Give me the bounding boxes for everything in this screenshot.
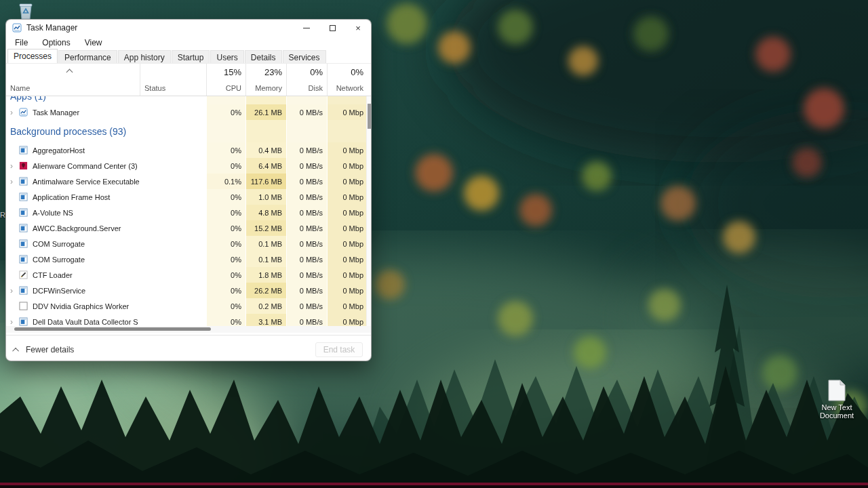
group-header-label: Apps (1) [6, 96, 206, 104]
disk-cell [286, 96, 327, 104]
minimize-icon [303, 28, 310, 28]
process-row[interactable]: ›DDV Nvidia Graphics Worker0%0.2 MB0 MB/… [6, 298, 368, 314]
fewer-details-toggle[interactable]: Fewer details [14, 345, 74, 354]
cpu-cell: 0% [206, 158, 245, 174]
process-name: Dell Data Vault Data Collector S [33, 318, 138, 326]
tab-details[interactable]: Details [245, 50, 282, 63]
disk-cell: 0 MB/s [286, 189, 327, 205]
column-cpu[interactable]: 15% CPU [206, 64, 245, 96]
hidden-icon-label-fragment: R [0, 211, 5, 219]
process-name-cell: ›DCFWinService [6, 283, 140, 298]
process-row[interactable]: ›COM Surrogate0%0.1 MB0 MB/s0 Mbp [6, 236, 368, 251]
cpu-cell: 0% [206, 236, 245, 251]
disk-cell: 0 MB/s [286, 104, 327, 120]
vertical-scrollbar[interactable] [366, 96, 371, 326]
title-bar[interactable]: Task Manager × [6, 20, 371, 36]
cpu-cell: 0% [206, 220, 245, 236]
memory-cell: 4.8 MB [245, 205, 286, 220]
minimize-button[interactable] [294, 20, 319, 36]
status-cell [140, 104, 206, 120]
tab-strip: Processes Performance App history Startu… [6, 49, 371, 64]
memory-cell: 1.0 MB [245, 189, 286, 205]
network-total-percent: 0% [351, 67, 363, 77]
column-status[interactable]: Status [140, 64, 206, 96]
disk-cell: 0 MB/s [286, 205, 327, 220]
column-disk[interactable]: 0% Disk [286, 64, 327, 96]
process-list-area: Apps (1)›Task Manager0%26.1 MB0 MB/s0 Mb… [6, 96, 371, 326]
status-cell [140, 220, 206, 236]
column-status-label: Status [144, 84, 165, 92]
process-name-cell: ›Alienware Command Center (3) [6, 158, 140, 174]
expand-chevron-icon[interactable]: › [10, 162, 19, 170]
process-name-cell: ›Dell Data Vault Data Collector S [6, 314, 140, 326]
status-cell [140, 314, 206, 326]
column-disk-label: Disk [309, 84, 323, 92]
maximize-button[interactable] [319, 20, 345, 36]
horizontal-scrollbar-thumb[interactable] [14, 327, 211, 331]
expand-chevron-icon[interactable]: › [10, 318, 19, 326]
network-cell: 0 Mbp [327, 142, 368, 158]
memory-cell [245, 96, 286, 104]
end-task-button[interactable]: End task [315, 342, 363, 357]
tab-startup[interactable]: Startup [172, 50, 210, 63]
expand-chevron-icon[interactable]: › [10, 108, 19, 117]
menu-file[interactable]: File [15, 38, 28, 47]
column-memory[interactable]: 23% Memory [245, 64, 286, 96]
menu-options[interactable]: Options [42, 38, 70, 47]
memory-cell: 117.6 MB [245, 174, 286, 189]
column-network[interactable]: 0% Network [327, 64, 368, 96]
column-memory-label: Memory [255, 84, 282, 92]
process-name: Alienware Command Center (3) [33, 162, 138, 170]
tab-services[interactable]: Services [283, 50, 326, 63]
expand-chevron-icon[interactable]: › [10, 178, 19, 186]
network-cell: 0 Mbp [327, 236, 368, 251]
process-row[interactable]: ›COM Surrogate0%0.1 MB0 MB/s0 Mbp [6, 251, 368, 267]
memory-cell: 0.1 MB [245, 251, 286, 267]
process-name-cell: ›A-Volute NS [6, 205, 140, 220]
group-header-row[interactable]: Background processes (93) [6, 120, 368, 142]
process-list: Apps (1)›Task Manager0%26.1 MB0 MB/s0 Mb… [6, 96, 368, 326]
alienware-icon [19, 161, 28, 170]
memory-cell: 26.2 MB [245, 283, 286, 298]
column-name-label: Name [10, 84, 30, 92]
process-row[interactable]: ›A-Volute NS0%4.8 MB0 MB/s0 Mbp [6, 205, 368, 220]
column-cpu-label: CPU [226, 84, 241, 92]
app-generic-icon [19, 208, 28, 217]
cpu-cell: 0% [206, 189, 245, 205]
group-header-row[interactable]: Apps (1) [6, 96, 368, 104]
column-name[interactable]: Name [6, 64, 140, 96]
vertical-scrollbar-thumb[interactable] [368, 104, 371, 129]
memory-cell: 3.1 MB [245, 314, 286, 326]
process-row[interactable]: ›Application Frame Host0%1.0 MB0 MB/s0 M… [6, 189, 368, 205]
new-text-document-icon[interactable]: New Text Document [808, 380, 865, 420]
process-name: Task Manager [33, 108, 79, 117]
process-row[interactable]: ›Antimalware Service Executable0.1%117.6… [6, 174, 368, 189]
memory-cell: 1.8 MB [245, 267, 286, 283]
cpu-cell: 0.1% [206, 174, 245, 189]
close-button[interactable]: × [345, 20, 371, 36]
process-row[interactable]: ›Task Manager0%26.1 MB0 MB/s0 Mbp [6, 104, 368, 120]
disk-cell: 0 MB/s [286, 174, 327, 189]
expand-chevron-icon[interactable]: › [10, 287, 19, 295]
cpu-cell [206, 96, 245, 104]
process-name: DCFWinService [33, 287, 85, 295]
menu-view[interactable]: View [85, 38, 102, 47]
menu-bar: File Options View [6, 36, 371, 49]
tab-users[interactable]: Users [210, 50, 243, 63]
process-row[interactable]: ›Alienware Command Center (3)0%6.4 MB0 M… [6, 158, 368, 174]
memory-cell: 0.2 MB [245, 298, 286, 314]
tab-app-history[interactable]: App history [118, 50, 171, 63]
tab-processes[interactable]: Processes [7, 49, 58, 63]
tab-performance[interactable]: Performance [58, 50, 117, 63]
process-row[interactable]: ›Dell Data Vault Data Collector S0%3.1 M… [6, 314, 368, 326]
disk-cell: 0 MB/s [286, 158, 327, 174]
network-cell: 0 Mbp [327, 104, 368, 120]
process-row[interactable]: ›AWCC.Background.Server0%15.2 MB0 MB/s0 … [6, 220, 368, 236]
process-row[interactable]: ›AggregatorHost0%0.4 MB0 MB/s0 Mbp [6, 142, 368, 158]
horizontal-scrollbar[interactable] [6, 326, 371, 333]
status-cell [140, 251, 206, 267]
process-row[interactable]: ›DCFWinService0%26.2 MB0 MB/s0 Mbp [6, 283, 368, 298]
process-name: COM Surrogate [33, 256, 85, 264]
process-name-cell: ›Application Frame Host [6, 189, 140, 205]
process-row[interactable]: ›CTF Loader0%1.8 MB0 MB/s0 Mbp [6, 267, 368, 283]
